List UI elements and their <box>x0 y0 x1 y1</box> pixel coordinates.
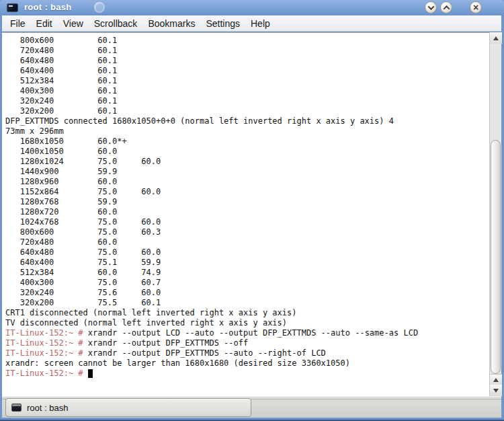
shell-prompt: IT-Linux-152:~ # <box>5 338 88 348</box>
menu-bookmarks[interactable]: Bookmarks <box>142 17 200 30</box>
shell-prompt: IT-Linux-152:~ # <box>5 369 88 378</box>
terminal-text: 1024x768 75.0 60.0 <box>5 217 161 227</box>
menu-view[interactable]: View <box>58 17 89 30</box>
terminal-text: DFP_EXTTMDS connected 1680x1050+0+0 (nor… <box>5 116 394 126</box>
terminal-line: 1152x864 75.0 60.0 <box>5 187 489 197</box>
terminal-line: 73mm x 296mm <box>5 126 489 137</box>
terminal-line: IT-Linux-152:~ # xrandr --output DFP_EXT… <box>5 348 489 358</box>
terminal-text: 1280x960 60.0 <box>5 177 117 186</box>
terminal-line: 320x200 60.1 <box>5 106 489 116</box>
menu-scrollback[interactable]: Scrollback <box>89 17 143 30</box>
terminal-line: 640x400 60.1 <box>5 66 489 76</box>
minimize-button[interactable] <box>425 1 437 13</box>
terminal-line: 720x480 60.0 <box>5 237 489 247</box>
scroll-up-icon <box>493 36 499 40</box>
terminal-line: 720x480 60.1 <box>5 46 489 56</box>
window-title: root : bash <box>24 2 71 12</box>
terminal-line: TV disconnected (normal left inverted ri… <box>5 318 489 328</box>
terminal-line: IT-Linux-152:~ # <box>5 369 489 379</box>
minimize-icon <box>427 3 434 10</box>
scrollbar-thumb[interactable] <box>491 140 501 374</box>
shell-prompt: IT-Linux-152:~ # <box>5 348 88 358</box>
scrollbar[interactable] <box>489 32 501 396</box>
terminal-text: 400x300 75.0 60.7 <box>5 278 161 287</box>
terminal-line: 512x384 60.0 74.9 <box>5 268 489 278</box>
terminal-line: 1280x720 60.0 <box>5 207 489 217</box>
terminal-text: 73mm x 296mm <box>5 126 64 136</box>
scroll-up-icon <box>493 378 499 382</box>
konsole-window: root : bash × FileEditViewScrollbackBook… <box>0 0 504 421</box>
terminal-line: CRT1 disconnected (normal left inverted … <box>5 308 489 318</box>
terminal-text: 320x200 60.1 <box>5 106 117 116</box>
terminal-line: 640x400 75.1 59.9 <box>5 258 489 268</box>
terminal-text: 1400x1050 60.0 <box>5 147 117 156</box>
terminal-line: 800x600 75.0 60.3 <box>5 227 489 237</box>
terminal-text: 400x300 60.1 <box>5 86 117 95</box>
terminal-line: 800x600 60.1 <box>5 36 489 46</box>
terminal-line: 320x200 75.5 60.1 <box>5 298 489 308</box>
maximize-icon <box>443 5 450 11</box>
tabbar: root : bash <box>2 396 501 418</box>
terminal-text: 800x600 60.1 <box>5 36 117 45</box>
terminal-text: 1152x864 75.0 60.0 <box>5 187 161 196</box>
terminal-text: 720x480 60.0 <box>5 237 117 247</box>
terminal-line: 1280x1024 75.0 60.0 <box>5 157 489 167</box>
scroll-up-button-bottom[interactable] <box>490 374 502 385</box>
terminal-text: 320x200 75.5 60.1 <box>5 298 161 307</box>
terminal-text: 1280x1024 75.0 60.0 <box>5 157 161 166</box>
terminal-output[interactable]: 800x600 60.1 720x480 60.1 640x480 60.1 6… <box>2 32 489 396</box>
terminal-line: IT-Linux-152:~ # xrandr --output DFP_EXT… <box>5 338 489 348</box>
terminal-text: 512x384 60.0 74.9 <box>5 268 161 277</box>
terminal-text: 1440x900 59.9 <box>5 167 117 176</box>
scroll-down-button[interactable] <box>490 385 502 396</box>
terminal-text: xrandr: screen cannot be larger than 168… <box>5 358 350 368</box>
terminal-line: 1280x960 60.0 <box>5 177 489 187</box>
menu-settings[interactable]: Settings <box>200 17 245 30</box>
menu-edit[interactable]: Edit <box>31 17 58 30</box>
tab-label: root : bash <box>27 403 68 413</box>
terminal-text: 1680x1050 60.0*+ <box>5 137 127 146</box>
terminal-line: 1400x1050 60.0 <box>5 147 489 157</box>
terminal-line: 1280x768 59.9 <box>5 197 489 207</box>
terminal-line: 512x384 60.1 <box>5 76 489 86</box>
terminal-text: 1280x720 60.0 <box>5 207 117 217</box>
konsole-watermark-icon <box>94 2 105 13</box>
scroll-up-button[interactable] <box>490 32 502 44</box>
close-button[interactable]: × <box>470 1 482 13</box>
terminal-text: 320x240 75.6 60.0 <box>5 288 161 297</box>
terminal-text: 512x384 60.1 <box>5 76 117 85</box>
terminal-line: xrandr: screen cannot be larger than 168… <box>5 358 489 369</box>
terminal-text: CRT1 disconnected (normal left inverted … <box>5 308 296 317</box>
terminal-line: 1680x1050 60.0*+ <box>5 137 489 147</box>
terminal-line: DFP_EXTTMDS connected 1680x1050+0+0 (nor… <box>5 116 489 126</box>
menu-help[interactable]: Help <box>245 17 276 30</box>
terminal-icon <box>11 404 22 412</box>
maximize-button[interactable] <box>440 1 452 13</box>
scroll-down-icon <box>493 389 499 393</box>
terminal-text: 640x480 75.0 60.0 <box>5 247 161 257</box>
menu-file[interactable]: File <box>5 17 31 30</box>
menubar: FileEditViewScrollbackBookmarksSettingsH… <box>2 15 501 32</box>
terminal-line: 640x480 60.1 <box>5 56 489 66</box>
terminal-text: xrandr --output DFP_EXTTMDS --auto --rig… <box>88 348 326 358</box>
terminal-text: 720x480 60.1 <box>5 46 117 55</box>
terminal-line: 1440x900 59.9 <box>5 167 489 177</box>
terminal-line: 400x300 75.0 60.7 <box>5 278 489 288</box>
close-icon: × <box>473 3 478 12</box>
terminal-line: 640x480 75.0 60.0 <box>5 247 489 258</box>
terminal-line: IT-Linux-152:~ # xrandr --output LCD --a… <box>5 328 489 338</box>
terminal-line: 320x240 75.6 60.0 <box>5 288 489 298</box>
terminal-text: 800x600 75.0 60.3 <box>5 227 161 237</box>
terminal-text: 640x400 75.1 59.9 <box>5 258 161 267</box>
terminal-text: 640x400 60.1 <box>5 66 117 75</box>
terminal-icon <box>7 3 18 12</box>
terminal-line: 400x300 60.1 <box>5 86 489 96</box>
titlebar[interactable]: root : bash × <box>0 0 504 15</box>
terminal-text: 640x480 60.1 <box>5 56 117 65</box>
terminal-text: 1280x768 59.9 <box>5 197 117 206</box>
terminal-line: 320x240 60.1 <box>5 96 489 106</box>
terminal-line: 1024x768 75.0 60.0 <box>5 217 489 227</box>
terminal-text: xrandr --output LCD --auto --output DFP_… <box>88 328 418 338</box>
tab-root-bash[interactable]: root : bash <box>5 398 251 417</box>
shell-prompt: IT-Linux-152:~ # <box>5 328 88 338</box>
